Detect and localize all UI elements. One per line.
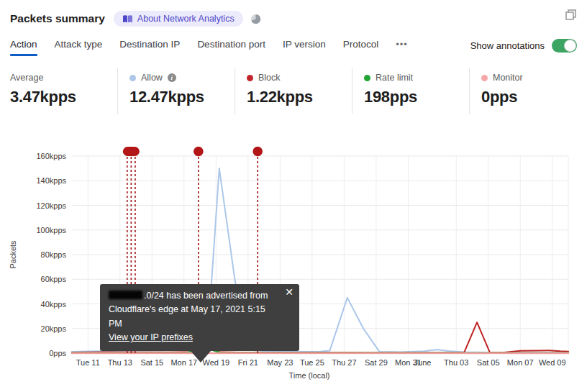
x-tick-label: Wed 09 xyxy=(539,358,566,367)
x-tick-label: Fri 21 xyxy=(238,358,258,367)
stat-value: 3.47kpps xyxy=(10,88,117,106)
chart-canvas[interactable]: 0pps20kpps40kpps60kpps80kpps100kpps120kp… xyxy=(0,137,587,392)
x-tick-label: Tue 11 xyxy=(76,358,100,367)
toggle-knob xyxy=(564,40,576,52)
stat-average: Average 3.47kpps xyxy=(0,68,117,114)
pie-chart-icon[interactable] xyxy=(250,14,261,24)
y-tick-label: 140kpps xyxy=(36,176,66,185)
x-tick-label: May 23 xyxy=(267,358,293,367)
x-tick-label: Sat 15 xyxy=(140,358,163,367)
tooltip-close-icon[interactable]: ✕ xyxy=(283,286,295,298)
monitor-dot-icon xyxy=(481,75,488,81)
stat-value: 0pps xyxy=(481,88,586,106)
stat-value: 198pps xyxy=(364,88,469,106)
x-tick-label: June xyxy=(414,358,432,367)
stat-rate-limit: Rate limit 198pps xyxy=(352,68,469,114)
annotation-marker-dot[interactable] xyxy=(194,147,204,157)
redacted-ip-prefix xyxy=(109,291,142,299)
stat-label: Average xyxy=(10,73,43,83)
rate-limit-dot-icon xyxy=(364,75,370,81)
x-tick-label: Mon 07 xyxy=(507,358,534,367)
y-tick-label: 120kpps xyxy=(36,201,66,210)
more-tabs-icon[interactable]: ••• xyxy=(396,39,408,56)
x-tick-label: Thu 13 xyxy=(108,358,132,367)
stat-label: Rate limit xyxy=(376,73,413,83)
y-tick-label: 160kpps xyxy=(36,152,66,160)
show-annotations-toggle[interactable] xyxy=(552,39,577,53)
stat-monitor: Monitor 0pps xyxy=(469,68,586,114)
info-icon[interactable]: i xyxy=(168,73,176,82)
annotation-marker-pill[interactable] xyxy=(123,147,140,156)
y-tick-label: 20kpps xyxy=(41,324,67,333)
tab-destination-port[interactable]: Destination port xyxy=(197,39,265,56)
stats-row: Average 3.47kpps Allow i 12.47kpps Block… xyxy=(0,68,587,114)
stat-block: Block 1.22kpps xyxy=(235,68,352,114)
badge-label: About Network Analytics xyxy=(137,14,235,24)
stat-label: Monitor xyxy=(493,73,523,83)
about-network-analytics-badge[interactable]: About Network Analytics xyxy=(114,11,243,27)
y-tick-label: 80kpps xyxy=(41,250,67,259)
tab-ip-version[interactable]: IP version xyxy=(283,39,326,56)
tooltip-line-2: Cloudflare's edge at May 17, 2021 5:15 P… xyxy=(109,303,281,331)
y-tick-label: 0pps xyxy=(49,349,66,357)
tab-protocol[interactable]: Protocol xyxy=(343,39,379,56)
annotation-marker-dot[interactable] xyxy=(252,147,263,157)
page-title: Packets summary xyxy=(10,12,105,25)
dimension-tabbar: Action Attack type Destination IP Destin… xyxy=(10,36,577,59)
stat-label: Block xyxy=(258,73,281,83)
block-dot-icon xyxy=(247,75,253,81)
restore-window-icon[interactable] xyxy=(565,9,577,23)
x-tick-label: Thu 03 xyxy=(444,358,468,367)
y-tick-label: 60kpps xyxy=(41,275,67,283)
view-ip-prefixes-link[interactable]: View your IP prefixes xyxy=(109,332,193,342)
x-tick-label: Sat 05 xyxy=(477,358,500,367)
tab-attack-type[interactable]: Attack type xyxy=(55,39,103,56)
tab-destination-ip[interactable]: Destination IP xyxy=(119,39,180,56)
y-tick-label: 100kpps xyxy=(36,226,66,234)
y-axis-title: Packets xyxy=(9,240,17,269)
x-tick-label: Sat 29 xyxy=(365,358,388,367)
show-annotations-label: Show annotations xyxy=(470,40,545,51)
book-icon xyxy=(122,14,133,24)
stat-allow: Allow i 12.47kpps xyxy=(117,68,235,114)
stat-label: Allow xyxy=(141,73,163,83)
stat-value: 12.47kpps xyxy=(129,88,235,106)
x-tick-label: Tue 25 xyxy=(300,358,324,367)
x-axis-title: Time (local) xyxy=(288,371,329,380)
tooltip-line-1: .0/24 has been advertised from xyxy=(109,289,281,303)
x-tick-label: Thu 27 xyxy=(332,358,356,367)
tooltip-caret xyxy=(191,351,211,363)
packets-summary-panel: Packets summary About Network Analytics xyxy=(0,0,587,392)
packets-time-series-chart: 0pps20kpps40kpps60kpps80kpps100kpps120kp… xyxy=(0,137,587,392)
y-tick-label: 40kpps xyxy=(41,300,67,309)
show-annotations-control: Show annotations xyxy=(470,39,577,57)
panel-header: Packets summary About Network Analytics xyxy=(10,7,577,30)
annotation-tooltip: ✕ .0/24 has been advertised from Cloudfl… xyxy=(100,284,299,351)
allow-dot-icon xyxy=(129,75,136,81)
stat-value: 1.22kpps xyxy=(247,88,352,106)
tab-action[interactable]: Action xyxy=(10,39,37,56)
